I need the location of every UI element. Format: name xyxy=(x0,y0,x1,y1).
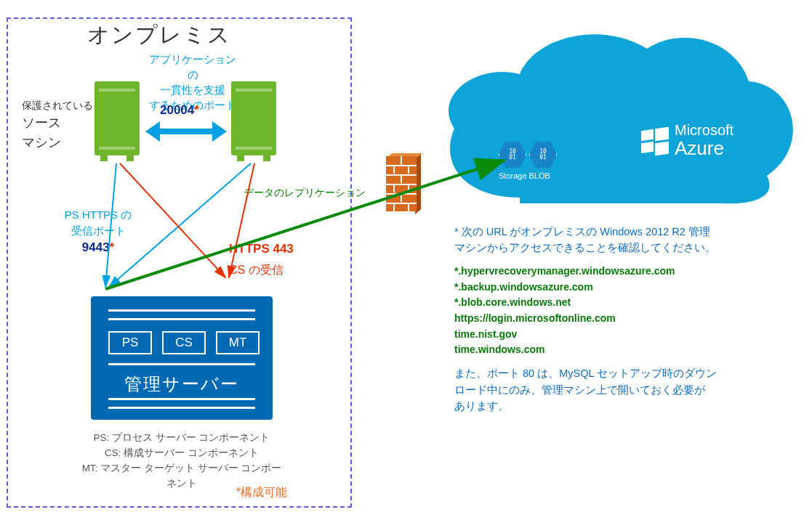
brand-line1: Microsoft xyxy=(675,122,733,138)
server-icon xyxy=(231,81,276,155)
port80-note: また、ポート 80 は、MySQL セットアップ時のダウン ロード中にのみ、管理… xyxy=(454,365,785,414)
management-server-label: 管理サーバー xyxy=(91,373,273,396)
intro-note: * 次の URL がオンプレミスの Windows 2012 R2 管理 マシン… xyxy=(454,224,785,256)
azure-cloud-icon xyxy=(433,23,803,212)
mt-box: MT xyxy=(216,331,260,354)
url-item: *.hypervrecoverymanager.windowsazure.com xyxy=(454,264,785,280)
text: 一貫性を支援 xyxy=(160,84,225,96)
management-server-icon: PS CS MT 管理サーバー xyxy=(91,296,273,420)
text: マシン xyxy=(22,135,61,150)
server-icon xyxy=(95,81,140,155)
text: ロード中にのみ、管理マシン上で開いておく必要が xyxy=(454,384,705,396)
legend-ps: PS: プロセス サーバー コンポーネント xyxy=(80,431,284,446)
storage-blob-icon: 1001 xyxy=(498,140,527,169)
url-item: time.nist.gov xyxy=(454,327,785,343)
text: マシンからアクセスできることを確認してください。 xyxy=(454,242,716,253)
text: PS HTTPS の xyxy=(65,208,132,221)
star-icon: * xyxy=(194,103,199,117)
legend-cs: CS: 構成サーバー コンポーネント xyxy=(80,446,284,461)
source-machine-label: 保護されている ソース マシン xyxy=(22,98,102,153)
brand-line2: Azure xyxy=(675,138,733,159)
onprem-title: オンプレミス xyxy=(87,20,231,50)
storage-blob-icon: 1001 xyxy=(528,140,558,169)
component-legend: PS: プロセス サーバー コンポーネント CS: 構成サーバー コンポーネント… xyxy=(80,431,284,492)
cs-receive-label: CS の受信 xyxy=(229,263,284,278)
port-9443: 9443* xyxy=(82,240,114,254)
storage-blob-label: Storage BLOB xyxy=(499,171,550,180)
url-item: time.windows.com xyxy=(454,342,785,358)
text: また、ポート 80 は、MySQL セットアップ時のダウン xyxy=(454,367,717,379)
replication-label: データのレプリケーション xyxy=(244,187,366,200)
https-443-label: HTTPS 443 xyxy=(229,242,294,256)
text: ソース xyxy=(22,115,61,130)
text: あります。 xyxy=(454,400,509,412)
cs-box: CS xyxy=(162,331,206,354)
port-number: 20004 xyxy=(160,103,194,117)
text: 受信ポート xyxy=(71,224,126,237)
azure-brand: Microsoft Azure xyxy=(675,122,733,159)
configurable-note: *構成可能 xyxy=(236,485,287,500)
url-item: *.blob.core.windows.net xyxy=(454,295,785,311)
ps-https-label: PS HTTPS の 受信ポート 9443* xyxy=(58,207,138,256)
firewall-icon xyxy=(382,156,421,211)
windows-logo-icon xyxy=(641,127,669,155)
port-20004: 20004* xyxy=(160,103,199,118)
text: 保護されている xyxy=(22,99,93,111)
url-item: *.backup.windowsazure.com xyxy=(454,280,785,296)
star-icon: * xyxy=(110,240,115,254)
url-list: *.hypervrecoverymanager.windowsazure.com… xyxy=(454,264,785,358)
bidirectional-arrow-icon xyxy=(147,121,225,140)
text: アプリケーションの xyxy=(149,53,236,81)
ps-box: PS xyxy=(108,331,152,354)
connectivity-notes: * 次の URL がオンプレミスの Windows 2012 R2 管理 マシン… xyxy=(454,224,785,421)
url-item: https://login.microsoftonline.com xyxy=(454,311,785,327)
text: * 次の URL がオンプレミスの Windows 2012 R2 管理 xyxy=(454,226,710,237)
